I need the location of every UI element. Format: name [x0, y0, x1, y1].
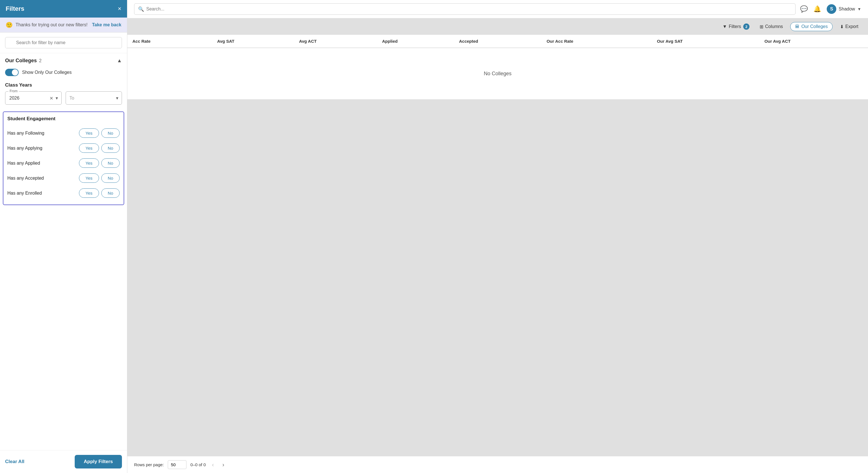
our-colleges-section-header[interactable]: Our Colleges 2 ▲: [0, 53, 127, 66]
accepted-yes-button[interactable]: Yes: [79, 174, 99, 183]
enrolled-buttons: Yes No: [79, 188, 120, 198]
user-name: Shadow: [839, 6, 855, 11]
top-nav: 🔍 💬 🔔 S Shadow ▼: [127, 0, 868, 19]
from-year-select[interactable]: 2026 2025 2027 2028: [5, 91, 62, 105]
enrolled-label: Has any Enrolled: [7, 191, 42, 196]
clear-all-button[interactable]: Clear All: [5, 459, 24, 465]
applying-yes-button[interactable]: Yes: [79, 144, 99, 153]
pagination-next-button[interactable]: ›: [220, 461, 227, 469]
filters-count-badge: 2: [743, 24, 749, 30]
accepted-no-button[interactable]: No: [101, 174, 120, 183]
pagination-prev-button[interactable]: ‹: [210, 461, 216, 469]
to-year-select[interactable]: 2026 2027 2028: [66, 91, 122, 105]
columns-toolbar-button[interactable]: ⊞ Columns: [757, 22, 786, 31]
accepted-label: Has any Accepted: [7, 176, 44, 181]
student-engagement-title: Student Engagement: [7, 116, 120, 122]
class-years-label: Class Years: [5, 82, 122, 88]
following-yes-button[interactable]: Yes: [79, 128, 99, 138]
from-year-clear-icon[interactable]: ✕: [50, 95, 53, 101]
table-header-row: Acc Rate Avg SAT Avg ACT Applied Accepte…: [127, 35, 868, 48]
table-area: Acc Rate Avg SAT Avg ACT Applied Accepte…: [127, 35, 868, 456]
our-colleges-toolbar-label: Our Colleges: [801, 24, 828, 29]
apply-filters-button[interactable]: Apply Filters: [75, 455, 122, 469]
applied-label: Has any Applied: [7, 161, 40, 166]
our-colleges-chevron-up-icon: ▲: [117, 58, 122, 64]
nav-search-input[interactable]: [134, 3, 796, 15]
engagement-row-following: Has any Following Yes No: [7, 126, 120, 140]
accepted-buttons: Yes No: [79, 174, 120, 183]
main-area: 🔍 💬 🔔 S Shadow ▼ ▼ Filters 2 ⊞ Columns 🏛…: [127, 0, 868, 473]
columns-label: Columns: [765, 24, 783, 29]
our-colleges-title: Our Colleges 2: [5, 58, 41, 64]
following-buttons: Yes No: [79, 128, 120, 138]
applied-buttons: Yes No: [79, 158, 120, 168]
filter-search-area: 🔍: [0, 33, 127, 53]
user-avatar: S: [827, 4, 836, 14]
export-label: Export: [845, 24, 858, 29]
applying-no-button[interactable]: No: [101, 144, 120, 153]
export-icon: ⬇: [840, 24, 844, 29]
take-me-back-link[interactable]: Take me back: [92, 22, 121, 27]
student-engagement-section: Student Engagement Has any Following Yes…: [3, 112, 124, 205]
notification-icon-button[interactable]: 🔔: [813, 5, 821, 13]
filter-body: Our Colleges 2 ▲ Show Only Our Colleges …: [0, 53, 127, 450]
nav-search-icon: 🔍: [138, 6, 144, 12]
filters-label: Filters: [729, 24, 741, 29]
filter-icon: ▼: [722, 24, 727, 29]
data-table: Acc Rate Avg SAT Avg ACT Applied Accepte…: [127, 35, 868, 99]
applied-yes-button[interactable]: Yes: [79, 158, 99, 168]
export-toolbar-button[interactable]: ⬇ Export: [837, 22, 861, 31]
col-applied: Applied: [377, 35, 454, 48]
no-colleges-row: No Colleges: [127, 48, 868, 99]
pagination-range: 0–0 of 0: [190, 462, 206, 467]
col-our-avg-sat: Our Avg SAT: [652, 35, 760, 48]
engagement-row-enrolled: Has any Enrolled Yes No: [7, 186, 120, 200]
show-only-our-colleges-row: Show Only Our Colleges: [0, 66, 127, 80]
col-avg-sat: Avg SAT: [212, 35, 294, 48]
table-body: No Colleges: [127, 48, 868, 99]
show-only-our-colleges-label: Show Only Our Colleges: [22, 70, 71, 75]
enrolled-no-button[interactable]: No: [101, 188, 120, 198]
filter-notice: 🙂 Thanks for trying out our new filters!…: [0, 18, 127, 33]
show-only-our-colleges-toggle[interactable]: [5, 69, 19, 76]
filter-search-input[interactable]: [5, 37, 122, 49]
col-avg-act: Avg ACT: [294, 35, 377, 48]
rows-per-page-select[interactable]: 50 25 100: [168, 460, 186, 469]
no-colleges-message: No Colleges: [127, 48, 868, 99]
col-accepted: Accepted: [454, 35, 541, 48]
nav-icons: 💬 🔔 S Shadow ▼: [800, 4, 861, 14]
col-our-avg-act: Our Avg ACT: [760, 35, 868, 48]
applied-no-button[interactable]: No: [101, 158, 120, 168]
our-colleges-toolbar-button[interactable]: 🏛 Our Colleges: [790, 22, 832, 31]
filter-footer: Clear All Apply Filters: [0, 450, 127, 473]
col-our-acc-rate: Our Acc Rate: [541, 35, 652, 48]
filters-toolbar-button[interactable]: ▼ Filters 2: [720, 22, 752, 31]
table-footer: Rows per page: 50 25 100 0–0 of 0 ‹ ›: [127, 456, 868, 473]
nav-search-wrapper: 🔍: [134, 3, 796, 15]
user-dropdown[interactable]: S Shadow ▼: [827, 4, 861, 14]
table-head: Acc Rate Avg SAT Avg ACT Applied Accepte…: [127, 35, 868, 48]
engagement-row-applying: Has any Applying Yes No: [7, 140, 120, 156]
class-years-section: Class Years From 2026 2025 2027 2028 ✕ ▼: [0, 80, 127, 108]
chat-icon-button[interactable]: 💬: [800, 5, 808, 13]
toggle-knob: [12, 69, 18, 75]
following-no-button[interactable]: No: [101, 128, 120, 138]
applying-buttons: Yes No: [79, 144, 120, 153]
filter-panel: Filters × 🙂 Thanks for trying out our ne…: [0, 0, 127, 473]
rows-per-page-label: Rows per page:: [134, 462, 164, 467]
from-year-wrapper: From 2026 2025 2027 2028 ✕ ▼: [5, 91, 62, 105]
enrolled-yes-button[interactable]: Yes: [79, 188, 99, 198]
content-toolbar: ▼ Filters 2 ⊞ Columns 🏛 Our Colleges ⬇ E…: [127, 19, 868, 35]
to-year-wrapper: 2026 2027 2028 To ▼: [66, 91, 122, 105]
filter-title: Filters: [6, 5, 24, 12]
search-inner: 🔍: [5, 37, 122, 49]
smiley-icon: 🙂: [6, 22, 13, 28]
filter-notice-content: 🙂 Thanks for trying out our new filters!: [6, 22, 87, 28]
from-label: From: [8, 89, 19, 93]
applying-label: Has any Applying: [7, 146, 42, 151]
filter-header: Filters ×: [0, 0, 127, 18]
filter-notice-text: Thanks for trying out our new filters!: [16, 22, 87, 27]
engagement-row-accepted: Has any Accepted Yes No: [7, 170, 120, 186]
filter-close-button[interactable]: ×: [118, 6, 121, 12]
following-label: Has any Following: [7, 131, 44, 136]
